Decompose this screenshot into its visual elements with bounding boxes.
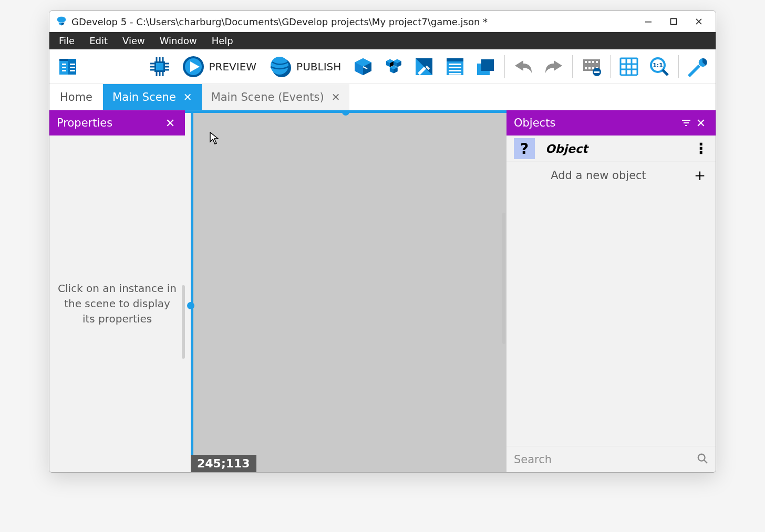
open-object-groups-button[interactable] xyxy=(379,52,408,81)
window-maximize-button[interactable] xyxy=(661,11,686,32)
filter-icon[interactable] xyxy=(679,110,694,135)
svg-rect-0 xyxy=(645,22,652,23)
objects-panel-header: Objects xyxy=(506,110,716,135)
svg-point-64 xyxy=(698,454,705,461)
tab-label: Home xyxy=(60,91,92,103)
open-layers-panel-button[interactable] xyxy=(471,52,500,81)
add-object-row[interactable]: Add a new object ＋ xyxy=(506,162,716,189)
object-thumbnail-icon: ? xyxy=(514,138,535,159)
open-properties-button[interactable] xyxy=(410,52,438,81)
toggle-grid-button[interactable] xyxy=(615,52,643,81)
close-icon[interactable] xyxy=(163,110,178,135)
titlebar: GDevelop 5 - C:\Users\charburg\Documents… xyxy=(49,11,716,32)
toolbar-separator xyxy=(678,55,679,78)
publish-button[interactable]: PUBLISH xyxy=(264,52,346,81)
panel-title: Properties xyxy=(57,117,163,129)
svg-line-59 xyxy=(663,70,668,75)
svg-rect-12 xyxy=(156,63,163,70)
panel-title: Objects xyxy=(514,117,679,129)
tab-home[interactable]: Home xyxy=(49,84,103,110)
tab-main-scene-events[interactable]: Main Scene (Events) ✕ xyxy=(202,84,350,110)
debugger-button[interactable] xyxy=(146,52,174,81)
kebab-menu-icon[interactable]: ⋮ xyxy=(694,143,708,154)
svg-rect-8 xyxy=(70,64,75,65)
objects-panel: Objects ? Object ⋮ Add a new object ＋ xyxy=(506,110,716,472)
undo-button[interactable] xyxy=(509,52,537,81)
tabstrip: Home Main Scene ✕ Main Scene (Events) ✕ xyxy=(49,84,716,110)
svg-rect-36 xyxy=(449,73,461,75)
plus-icon[interactable]: ＋ xyxy=(691,164,708,187)
menu-window[interactable]: Window xyxy=(152,33,204,48)
svg-rect-44 xyxy=(585,67,587,69)
open-instances-list-button[interactable] xyxy=(441,52,469,81)
chip-icon xyxy=(149,56,171,78)
svg-rect-5 xyxy=(62,64,66,65)
properties-panel-body: Click on an instance in the scene to dis… xyxy=(49,135,185,472)
add-object-label: Add a new object xyxy=(514,169,683,182)
properties-icon xyxy=(413,56,435,78)
open-objects-button[interactable] xyxy=(348,52,377,81)
search-icon[interactable] xyxy=(697,453,708,466)
svg-rect-35 xyxy=(449,70,461,71)
redo-button[interactable] xyxy=(540,52,568,81)
toggle-mask-button[interactable] xyxy=(577,52,605,81)
svg-rect-6 xyxy=(62,67,66,68)
window-close-button[interactable] xyxy=(686,11,711,32)
svg-rect-1 xyxy=(671,19,677,25)
window-minimize-button[interactable] xyxy=(636,11,661,32)
objects-search-input[interactable] xyxy=(514,453,697,466)
properties-placeholder-text: Click on an instance in the scene to dis… xyxy=(49,281,185,327)
film-mask-icon xyxy=(581,56,603,78)
close-icon[interactable] xyxy=(694,110,708,135)
svg-rect-9 xyxy=(70,67,75,68)
cube-icon xyxy=(352,56,374,78)
zoom-reset-icon: 1:1 xyxy=(648,56,670,78)
: PUBLISH xyxy=(296,60,341,73)
scrollbar-thumb[interactable] xyxy=(502,213,505,344)
scene-handle-top[interactable] xyxy=(342,110,349,116)
svg-rect-33 xyxy=(449,64,461,65)
svg-rect-34 xyxy=(449,67,461,68)
globe-icon xyxy=(269,55,292,78)
menu-view[interactable]: View xyxy=(115,33,152,48)
toolbar: PREVIEW PUBLISH xyxy=(49,49,716,84)
tab-label: Main Scene xyxy=(112,91,176,103)
window-title: GDevelop 5 - C:\Users\charburg\Documents… xyxy=(71,16,488,27)
objects-search-row xyxy=(506,446,716,472)
app-window: GDevelop 5 - C:\Users\charburg\Documents… xyxy=(49,11,716,473)
cubes-icon xyxy=(382,56,405,78)
object-name: Object xyxy=(545,142,683,155)
object-row[interactable]: ? Object ⋮ xyxy=(506,135,716,162)
svg-point-28 xyxy=(271,57,288,75)
zoom-reset-button[interactable]: 1:1 xyxy=(645,52,674,81)
close-icon[interactable]: ✕ xyxy=(183,91,192,103)
scene-canvas[interactable]: 245;113 xyxy=(185,110,506,472)
app-icon xyxy=(56,16,67,27)
svg-rect-42 xyxy=(592,61,594,63)
wrench-icon xyxy=(686,56,708,78)
grid-icon xyxy=(618,56,640,78)
project-manager-icon xyxy=(57,56,79,78)
scene-handle-left[interactable] xyxy=(187,302,194,309)
objects-panel-body: ? Object ⋮ Add a new object ＋ xyxy=(506,135,716,472)
layers-icon xyxy=(474,56,497,78)
project-manager-button[interactable] xyxy=(54,52,82,81)
redo-icon xyxy=(543,56,565,78)
list-icon xyxy=(444,56,466,78)
editor-body: Properties Click on an instance in the s… xyxy=(49,110,716,472)
menu-help[interactable]: Help xyxy=(204,33,241,48)
scene-frame-left xyxy=(191,110,193,472)
tab-label: Main Scene (Events) xyxy=(211,91,324,103)
toolbar-separator xyxy=(572,55,573,78)
properties-panel-header: Properties xyxy=(49,110,185,135)
preview-label: PREVIEW xyxy=(209,60,257,73)
tab-main-scene[interactable]: Main Scene ✕ xyxy=(103,84,202,110)
settings-button[interactable] xyxy=(683,52,711,81)
svg-rect-32 xyxy=(447,58,463,61)
menu-edit[interactable]: Edit xyxy=(82,33,115,48)
svg-rect-45 xyxy=(588,67,591,69)
cursor-icon xyxy=(210,132,219,147)
menu-file[interactable]: File xyxy=(51,33,82,48)
preview-button[interactable]: PREVIEW xyxy=(177,52,262,81)
close-icon[interactable]: ✕ xyxy=(332,91,340,103)
